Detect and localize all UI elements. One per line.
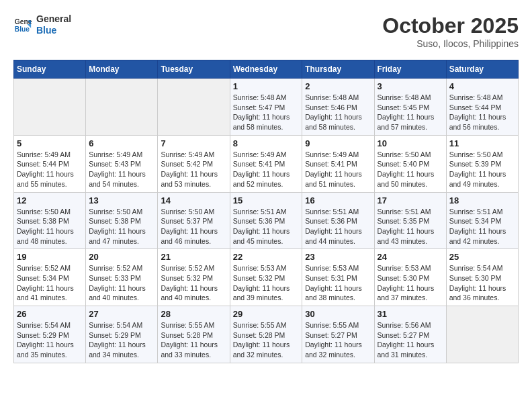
calendar-week-row: 26Sunrise: 5:54 AM Sunset: 5:29 PM Dayli… (14, 306, 519, 363)
day-info: Sunrise: 5:49 AM Sunset: 5:41 PM Dayligh… (233, 150, 300, 189)
day-number: 9 (305, 138, 371, 148)
day-info: Sunrise: 5:52 AM Sunset: 5:32 PM Dayligh… (161, 263, 226, 303)
calendar-cell: 26Sunrise: 5:54 AM Sunset: 5:29 PM Dayli… (14, 306, 86, 363)
day-info: Sunrise: 5:48 AM Sunset: 5:47 PM Dayligh… (233, 93, 300, 132)
calendar-cell: 11Sunrise: 5:50 AM Sunset: 5:39 PM Dayli… (446, 135, 518, 192)
day-info: Sunrise: 5:55 AM Sunset: 5:28 PM Dayligh… (161, 320, 226, 360)
weekday-header: Thursday (302, 60, 374, 79)
day-info: Sunrise: 5:50 AM Sunset: 5:39 PM Dayligh… (449, 150, 515, 189)
calendar-cell: 31Sunrise: 5:56 AM Sunset: 5:27 PM Dayli… (374, 306, 446, 363)
calendar-cell: 25Sunrise: 5:54 AM Sunset: 5:30 PM Dayli… (446, 249, 518, 306)
calendar-cell: 13Sunrise: 5:50 AM Sunset: 5:38 PM Dayli… (86, 192, 158, 249)
day-number: 14 (161, 195, 226, 205)
calendar-cell: 8Sunrise: 5:49 AM Sunset: 5:41 PM Daylig… (230, 135, 302, 192)
calendar-cell: 28Sunrise: 5:55 AM Sunset: 5:28 PM Dayli… (158, 306, 230, 363)
day-info: Sunrise: 5:54 AM Sunset: 5:29 PM Dayligh… (17, 320, 83, 360)
day-info: Sunrise: 5:55 AM Sunset: 5:28 PM Dayligh… (233, 320, 300, 360)
day-info: Sunrise: 5:53 AM Sunset: 5:31 PM Dayligh… (305, 263, 371, 303)
title-block: October 2025 Suso, Ilocos, Philippines (382, 13, 519, 49)
day-number: 18 (449, 195, 515, 205)
calendar-cell: 30Sunrise: 5:55 AM Sunset: 5:27 PM Dayli… (302, 306, 374, 363)
calendar-cell: 3Sunrise: 5:48 AM Sunset: 5:45 PM Daylig… (374, 79, 446, 136)
day-info: Sunrise: 5:54 AM Sunset: 5:30 PM Dayligh… (449, 263, 515, 303)
day-number: 30 (305, 309, 371, 319)
day-number: 23 (305, 252, 371, 262)
day-number: 16 (305, 195, 371, 205)
month-title: October 2025 (382, 13, 519, 38)
day-info: Sunrise: 5:56 AM Sunset: 5:27 PM Dayligh… (378, 320, 443, 360)
day-number: 6 (89, 138, 154, 148)
day-number: 12 (17, 195, 83, 205)
calendar-cell: 20Sunrise: 5:52 AM Sunset: 5:33 PM Dayli… (86, 249, 158, 306)
day-number: 4 (449, 81, 515, 91)
day-number: 27 (89, 309, 154, 319)
weekday-header: Sunday (14, 60, 86, 79)
day-number: 29 (233, 309, 300, 319)
weekday-header: Tuesday (158, 60, 230, 79)
page-header: General Blue General Blue October 2025 S… (13, 13, 519, 49)
day-info: Sunrise: 5:51 AM Sunset: 5:36 PM Dayligh… (305, 207, 371, 246)
logo-blue: Blue (36, 25, 71, 36)
calendar-cell (446, 306, 518, 363)
day-info: Sunrise: 5:52 AM Sunset: 5:34 PM Dayligh… (17, 263, 83, 303)
day-number: 20 (89, 252, 154, 262)
calendar-cell (158, 79, 230, 136)
day-info: Sunrise: 5:49 AM Sunset: 5:44 PM Dayligh… (17, 150, 83, 189)
day-number: 8 (233, 138, 300, 148)
day-info: Sunrise: 5:49 AM Sunset: 5:41 PM Dayligh… (305, 150, 371, 189)
logo: General Blue General Blue (13, 13, 71, 36)
calendar-cell: 29Sunrise: 5:55 AM Sunset: 5:28 PM Dayli… (230, 306, 302, 363)
calendar-cell: 24Sunrise: 5:53 AM Sunset: 5:30 PM Dayli… (374, 249, 446, 306)
svg-text:Blue: Blue (15, 26, 30, 33)
weekday-header: Friday (374, 60, 446, 79)
day-number: 5 (17, 138, 83, 148)
calendar-cell (86, 79, 158, 136)
calendar-cell: 7Sunrise: 5:49 AM Sunset: 5:42 PM Daylig… (158, 135, 230, 192)
day-number: 13 (89, 195, 154, 205)
calendar-week-row: 1Sunrise: 5:48 AM Sunset: 5:47 PM Daylig… (14, 79, 519, 136)
weekday-header: Saturday (446, 60, 518, 79)
day-info: Sunrise: 5:53 AM Sunset: 5:32 PM Dayligh… (233, 263, 300, 303)
day-number: 17 (378, 195, 443, 205)
day-number: 11 (449, 138, 515, 148)
calendar-cell: 12Sunrise: 5:50 AM Sunset: 5:38 PM Dayli… (14, 192, 86, 249)
day-number: 1 (233, 81, 300, 91)
calendar-cell: 21Sunrise: 5:52 AM Sunset: 5:32 PM Dayli… (158, 249, 230, 306)
day-number: 15 (233, 195, 300, 205)
calendar-cell: 15Sunrise: 5:51 AM Sunset: 5:36 PM Dayli… (230, 192, 302, 249)
weekday-header: Monday (86, 60, 158, 79)
day-number: 26 (17, 309, 83, 319)
calendar-cell: 14Sunrise: 5:50 AM Sunset: 5:37 PM Dayli… (158, 192, 230, 249)
calendar-cell: 1Sunrise: 5:48 AM Sunset: 5:47 PM Daylig… (230, 79, 302, 136)
day-info: Sunrise: 5:53 AM Sunset: 5:30 PM Dayligh… (378, 263, 443, 303)
calendar-cell (14, 79, 86, 136)
calendar-cell: 5Sunrise: 5:49 AM Sunset: 5:44 PM Daylig… (14, 135, 86, 192)
calendar-cell: 4Sunrise: 5:48 AM Sunset: 5:44 PM Daylig… (446, 79, 518, 136)
weekday-header: Wednesday (230, 60, 302, 79)
day-number: 25 (449, 252, 515, 262)
calendar-cell: 18Sunrise: 5:51 AM Sunset: 5:34 PM Dayli… (446, 192, 518, 249)
day-number: 7 (161, 138, 226, 148)
calendar-cell: 27Sunrise: 5:54 AM Sunset: 5:29 PM Dayli… (86, 306, 158, 363)
day-number: 28 (161, 309, 226, 319)
day-info: Sunrise: 5:48 AM Sunset: 5:44 PM Dayligh… (449, 93, 515, 132)
calendar-week-row: 12Sunrise: 5:50 AM Sunset: 5:38 PM Dayli… (14, 192, 519, 249)
day-info: Sunrise: 5:50 AM Sunset: 5:37 PM Dayligh… (161, 207, 226, 246)
calendar-cell: 19Sunrise: 5:52 AM Sunset: 5:34 PM Dayli… (14, 249, 86, 306)
day-number: 19 (17, 252, 83, 262)
day-info: Sunrise: 5:48 AM Sunset: 5:45 PM Dayligh… (378, 93, 443, 132)
calendar-cell: 23Sunrise: 5:53 AM Sunset: 5:31 PM Dayli… (302, 249, 374, 306)
calendar-cell: 10Sunrise: 5:50 AM Sunset: 5:40 PM Dayli… (374, 135, 446, 192)
calendar-body: 1Sunrise: 5:48 AM Sunset: 5:47 PM Daylig… (14, 79, 519, 363)
calendar-week-row: 19Sunrise: 5:52 AM Sunset: 5:34 PM Dayli… (14, 249, 519, 306)
calendar-week-row: 5Sunrise: 5:49 AM Sunset: 5:44 PM Daylig… (14, 135, 519, 192)
day-number: 10 (378, 138, 443, 148)
day-number: 21 (161, 252, 226, 262)
day-number: 31 (378, 309, 443, 319)
calendar-cell: 2Sunrise: 5:48 AM Sunset: 5:46 PM Daylig… (302, 79, 374, 136)
day-info: Sunrise: 5:51 AM Sunset: 5:35 PM Dayligh… (378, 207, 443, 246)
calendar-cell: 16Sunrise: 5:51 AM Sunset: 5:36 PM Dayli… (302, 192, 374, 249)
day-info: Sunrise: 5:52 AM Sunset: 5:33 PM Dayligh… (89, 263, 154, 303)
day-number: 3 (378, 81, 443, 91)
day-info: Sunrise: 5:50 AM Sunset: 5:40 PM Dayligh… (378, 150, 443, 189)
